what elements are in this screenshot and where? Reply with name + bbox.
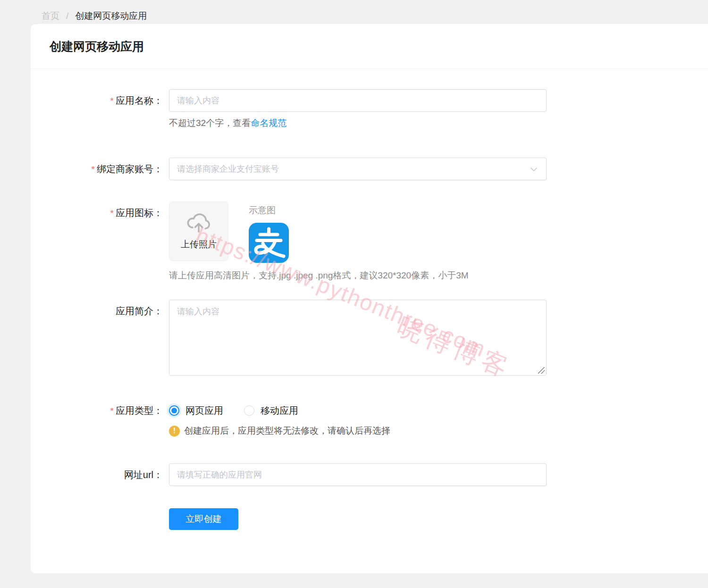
radio-circle-icon [244,405,254,416]
app-name-hint: 不超过32个字，查看命名规范 [169,117,547,129]
breadcrumb-current: 创建网页移动应用 [75,10,147,22]
form-row-app-intro: 应用简介： [31,300,708,378]
form-row-app-name: *应用名称： 不超过32个字，查看命名规范 [31,89,708,129]
radio-mobile-app[interactable]: 移动应用 [244,404,298,417]
alipay-logo-icon [249,223,289,263]
card-header: 创建网页移动应用 [31,24,708,69]
merchant-account-select[interactable]: 请选择商家企业支付宝账号 [169,158,547,180]
breadcrumb-separator: / [66,11,68,21]
radio-circle-icon [169,405,179,416]
app-intro-label: 应用简介： [31,300,169,322]
naming-rules-link[interactable]: 命名规范 [251,118,287,128]
cloud-upload-icon [186,212,211,233]
form-row-merchant-account: *绑定商家账号： 请选择商家企业支付宝账号 [31,158,708,181]
form-row-app-type: *应用类型： 网页应用 移动应用 ! 创建应用后，应用类型将无法修改，请确认后再… [31,403,708,437]
create-app-form: *应用名称： 不超过32个字，查看命名规范 *绑定商家账号： 请选择商家企业支付… [31,69,708,530]
merchant-account-placeholder: 请选择商家企业支付宝账号 [177,163,279,175]
app-intro-textarea[interactable] [169,300,547,376]
required-mark: * [92,164,95,174]
site-url-input[interactable] [169,463,547,486]
form-row-site-url: 网址url： [31,463,708,486]
chevron-down-icon [529,165,539,174]
submit-row: 立即创建 [31,508,708,530]
upload-hint: 请上传应用高清图片，支持.jpg .jpeg .png格式，建议320*320像… [169,267,547,284]
breadcrumb: 首页 / 创建网页移动应用 [0,0,708,24]
page-title: 创建网页移动应用 [50,39,144,54]
app-icon-label: *应用图标： [31,202,169,225]
required-mark: * [110,406,114,416]
required-mark: * [110,208,114,218]
warning-icon: ! [169,426,180,437]
app-type-label: *应用类型： [31,403,169,419]
site-url-label: 网址url： [31,463,169,486]
example-caption: 示意图 [249,206,289,215]
app-type-warning: ! 创建应用后，应用类型将无法修改，请确认后再选择 [169,425,547,437]
breadcrumb-home-link[interactable]: 首页 [42,10,59,22]
app-name-input[interactable] [169,89,547,112]
form-row-app-icon: *应用图标： 上传照片 示意图 [31,202,708,284]
upload-photo-button[interactable]: 上传照片 [169,202,228,261]
required-mark: * [110,96,114,106]
upload-photo-label: 上传照片 [181,238,217,251]
app-name-label: *应用名称： [31,89,169,112]
radio-web-app[interactable]: 网页应用 [169,404,223,417]
create-now-button[interactable]: 立即创建 [169,508,238,530]
create-app-card: 创建网页移动应用 *应用名称： 不超过32个字，查看命名规范 *绑定商家账号： … [31,24,708,573]
merchant-account-label: *绑定商家账号： [31,158,169,181]
